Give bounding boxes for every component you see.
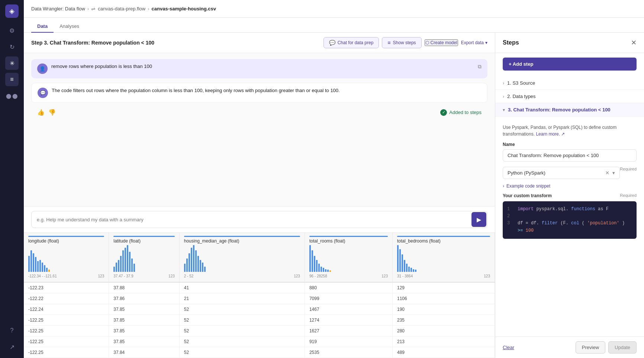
table-cell: -122.25 (24, 347, 109, 358)
chat-message-bot: 💬 The code filters out rows where the po… (31, 83, 487, 103)
content-area: Step 3. Chat Transform: Remove populatio… (24, 33, 644, 358)
clear-button[interactable]: Clear (503, 345, 514, 350)
avatar-icon: 👤 (39, 66, 45, 72)
step-item-2[interactable]: › 2. Data types (495, 90, 644, 103)
language-select[interactable]: Python (PySpark) ✕ ▾ (503, 167, 620, 179)
table-row: -122.2537.8552919213 (24, 336, 495, 347)
table-cell: -122.25 (24, 326, 109, 336)
table-cell: -122.22 (24, 293, 109, 304)
chat-input[interactable] (32, 213, 471, 226)
bot-avatar: 💬 (38, 88, 48, 98)
model-icon: ⬡ (425, 40, 429, 45)
table-cell: 7099 (305, 293, 392, 304)
right-panel: Steps ✕ + Add step › 1. S3 Source › 2. D… (495, 33, 644, 358)
thumbs-up-button[interactable]: 👍 (37, 109, 45, 116)
top-bar: Data Wrangler: Data flow › ⇌ canvas-data… (24, 0, 644, 18)
steps-list: › 1. S3 Source › 2. Data types ▾ 3. Chat… (495, 75, 644, 118)
step-description: Use Pyspark, Pandas, or Pyspark (SQL) to… (503, 124, 637, 137)
transform-label: Your custom transform Required (503, 193, 637, 198)
breadcrumb-item-flow-name[interactable]: canvas-data-prep.flow (98, 6, 145, 12)
steps-title: Steps (503, 39, 519, 46)
export-data-button[interactable]: Export data ▾ (461, 40, 487, 45)
chat-for-data-prep-button[interactable]: 💬 Chat for data prep (323, 37, 379, 48)
table-cell: 37.84 (109, 347, 180, 358)
table-row: -122.2237.862170991106 (24, 293, 495, 304)
step-name-input[interactable] (503, 149, 637, 162)
chat-input-area: ▶ (24, 206, 495, 232)
copy-icon[interactable]: ⧉ (478, 64, 482, 70)
sidebar-icon-export[interactable]: ↗ (5, 340, 19, 354)
table-cell: 41 (179, 282, 305, 293)
code-block: 1 import pyspark.sql. functions as F 2 (503, 201, 637, 239)
breadcrumb-item-flow-title: Data Wrangler: Data flow (31, 6, 85, 12)
tab-data[interactable]: Data (31, 20, 54, 33)
chat-icon: 💬 (329, 40, 335, 46)
table-cell: 235 (392, 315, 495, 326)
send-button[interactable]: ▶ (471, 212, 486, 227)
chevron-down-icon-3: ▾ (503, 107, 505, 113)
language-select-text: Python (PySpark) (508, 170, 605, 176)
step-item-1[interactable]: › 1. S3 Source (495, 77, 644, 90)
step-item-3[interactable]: ▾ 3. Chat Transform: Remove population <… (495, 103, 644, 117)
code-line-2: 2 (507, 213, 632, 220)
table-cell: 489 (392, 347, 495, 358)
close-steps-button[interactable]: ✕ (631, 39, 637, 47)
feedback-buttons: 👍 👎 (37, 109, 56, 116)
learn-more-link[interactable]: Learn more. ↗ (536, 131, 565, 137)
thumbs-down-button[interactable]: 👎 (48, 109, 56, 116)
table-row: -122.2437.85521467190 (24, 304, 495, 315)
table-cell: 2535 (305, 347, 392, 358)
step-1-label: 1. S3 Source (507, 80, 535, 86)
dropdown-chevron-icon[interactable]: ▾ (612, 170, 615, 176)
main-area: Data Wrangler: Data flow › ⇌ canvas-data… (24, 0, 644, 358)
table-cell: -122.24 (24, 304, 109, 315)
chat-input-wrap: ▶ (31, 211, 487, 228)
sidebar-icon-circles[interactable]: ⬤⬤ (5, 89, 19, 102)
bot-icon: 💬 (40, 90, 46, 95)
table-cell: 1274 (305, 315, 392, 326)
sidebar-icon-list[interactable]: ≡ (5, 73, 19, 86)
example-snippet-toggle[interactable]: › Example code snippet (503, 183, 637, 189)
table-cell: 37.85 (109, 326, 180, 336)
breadcrumb-sep-2: › (148, 6, 149, 12)
table-row: -122.2537.84522535489 (24, 347, 495, 358)
example-code-snippet: › Example code snippet (503, 183, 637, 189)
col-header-longitude: longitude (float) (24, 233, 109, 282)
sidebar-icon-settings[interactable]: ⚙ (5, 24, 19, 37)
table-cell: 213 (392, 336, 495, 347)
code-line-1: 1 import pyspark.sql. functions as F (507, 206, 632, 213)
chevron-right-icon-1: › (503, 81, 504, 86)
table-row: -122.2537.85521627280 (24, 326, 495, 336)
table-cell: 1627 (305, 326, 392, 336)
col-header-total-rooms: total_rooms (float) (305, 233, 392, 282)
step-3-label: 3. Chat Transform: Remove population < 1… (508, 107, 611, 113)
step-title: Step 3. Chat Transform: Remove populatio… (31, 40, 154, 46)
sidebar-icon-asterisk[interactable]: ✳ (5, 56, 19, 70)
sidebar-icon-refresh[interactable]: ↻ (5, 40, 19, 53)
step-header: Step 3. Chat Transform: Remove populatio… (24, 33, 495, 53)
table-cell: 919 (305, 336, 392, 347)
user-avatar: 👤 (37, 64, 48, 74)
user-message-text: remove rows where population is less tha… (51, 64, 474, 69)
bot-message-text: The code filters out rows where the popu… (52, 88, 481, 93)
table-cell: -122.25 (24, 315, 109, 326)
check-icon: ✓ (440, 109, 447, 116)
table-cell: 1467 (305, 304, 392, 315)
clear-selection-icon[interactable]: ✕ (605, 170, 609, 176)
create-model-button[interactable]: ⬡ Create model (425, 39, 458, 46)
col-header-total-bedrooms: total_bedrooms (float) (392, 233, 495, 282)
breadcrumb-item-file: canvas-sample-housing.csv (152, 6, 216, 12)
table-cell: 129 (392, 282, 495, 293)
feedback-row: 👍 👎 ✓ Added to steps (31, 107, 487, 117)
table-cell: 190 (392, 304, 495, 315)
preview-button[interactable]: Preview (576, 341, 605, 354)
add-step-button[interactable]: + Add step (503, 58, 637, 71)
step-2-label: 2. Data types (507, 94, 536, 99)
data-table-area: longitude (float) (24, 232, 495, 358)
table-cell: 52 (179, 347, 305, 358)
table-cell: 880 (305, 282, 392, 293)
sidebar-icon-help[interactable]: ? (5, 324, 19, 337)
show-steps-button[interactable]: ≡ Show steps (382, 37, 421, 48)
tab-analyses[interactable]: Analyses (54, 20, 85, 33)
center-panel: Step 3. Chat Transform: Remove populatio… (24, 33, 495, 358)
